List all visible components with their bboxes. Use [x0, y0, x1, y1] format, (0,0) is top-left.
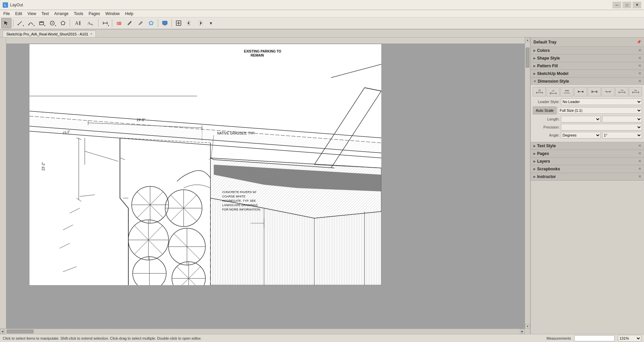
colors-close-button[interactable]: ✕ [638, 48, 641, 53]
arc-tool-button[interactable] [26, 18, 36, 28]
erase-tool-button[interactable] [114, 18, 124, 28]
instructor-expand-icon: ▶ [533, 175, 536, 178]
menu-window[interactable]: Window [103, 11, 123, 17]
precision-row: Precision: [533, 124, 642, 131]
document-tab[interactable]: SketchUp Pro_AIA_Real-World_Short2015 - … [3, 30, 96, 37]
page-next-button[interactable] [195, 18, 205, 28]
dimension-tool-button[interactable] [100, 18, 110, 28]
scroll-down-button[interactable]: ▼ [525, 324, 530, 329]
dim-arrow-1-button[interactable] [574, 87, 587, 96]
menu-help[interactable]: Help [122, 11, 136, 17]
shape-style-close-button[interactable]: ✕ [638, 56, 641, 60]
svg-marker-21 [149, 21, 153, 25]
instructor-close-button[interactable]: ✕ [638, 174, 641, 179]
clip-tool-button[interactable] [146, 18, 156, 28]
svg-text:3m: 3m [634, 89, 637, 91]
svg-text:|3|: |3| [552, 89, 554, 92]
paint-tool-button[interactable] [135, 18, 145, 28]
dim-format-1-button[interactable]: 3-3 [615, 87, 628, 96]
scroll-left-button[interactable]: ◀ [0, 329, 5, 334]
shape-style-label: Shape Style [537, 56, 638, 61]
minimize-button[interactable]: ─ [613, 2, 621, 8]
text-style-header[interactable]: ▶ Text Style ✕ [531, 142, 644, 150]
pages-close-button[interactable]: ✕ [638, 151, 641, 156]
dim-type-3-button[interactable]: T3T [560, 87, 573, 96]
svg-point-0 [17, 24, 19, 25]
page-prev-button[interactable] [184, 18, 194, 28]
tab-label: SketchUp Pro_AIA_Real-World_Short2015 - … [6, 32, 88, 36]
pages-section: ▶ Pages ✕ [531, 150, 644, 158]
dim-arrow-3-button[interactable] [601, 87, 615, 96]
instructor-header[interactable]: ▶ Instructor ✕ [531, 173, 644, 180]
shape-style-header[interactable]: ▶ Shape Style ✕ [531, 55, 644, 62]
app-icon: L [3, 2, 8, 8]
pattern-fill-close-button[interactable]: ✕ [638, 64, 641, 68]
precision-label: Precision: [533, 125, 560, 129]
circle-tool-button[interactable] [47, 18, 57, 28]
panel-pin-button[interactable]: 📌 [637, 40, 641, 44]
angle-precision-select[interactable]: 1° 0.1° 0.01° [602, 132, 642, 139]
angle-select[interactable]: Degrees Radians [561, 132, 601, 139]
menu-arrange[interactable]: Arrange [52, 11, 71, 17]
polygon-tool-button[interactable] [58, 18, 68, 28]
zoom-select[interactable]: 131% 100% 75% 50% 150% 200% [618, 335, 641, 342]
measurements-input[interactable] [574, 335, 615, 341]
dim-type-2-button[interactable]: |3| [546, 87, 560, 96]
dimension-style-header[interactable]: ▼ Dimension Style ✕ [531, 78, 644, 85]
svg-text:EXISTING PARKING TO: EXISTING PARKING TO [244, 50, 281, 53]
svg-rect-8 [79, 21, 80, 25]
text-style-close-button[interactable]: ✕ [638, 144, 641, 148]
layers-close-button[interactable]: ✕ [638, 159, 641, 163]
menu-text[interactable]: Text [39, 11, 52, 17]
menu-file[interactable]: File [1, 11, 12, 17]
svg-text:COARSE WHITE: COARSE WHITE [222, 195, 246, 198]
label-tool-button[interactable]: A1 [84, 18, 96, 28]
dim-arrow-2-button[interactable] [588, 87, 601, 96]
menu-tools[interactable]: Tools [71, 11, 86, 17]
sketchup-model-header[interactable]: ▶ SketchUp Model ✕ [531, 70, 644, 77]
leader-style-select[interactable]: No Leader Single Line Double Line [561, 98, 642, 105]
length-select[interactable] [561, 116, 601, 122]
scroll-thumb-vertical[interactable] [526, 48, 529, 68]
scroll-thumb-horizontal[interactable] [7, 330, 34, 333]
toolbar-separator-6 [172, 19, 172, 27]
scrapbooks-header[interactable]: ▶ Scrapbooks ✕ [531, 165, 644, 173]
maximize-button[interactable]: □ [623, 2, 631, 8]
pages-header[interactable]: ▶ Pages ✕ [531, 150, 644, 157]
more-tools-button[interactable]: ▾ [206, 18, 216, 28]
main-layout: /* ticks rendered via loop below */ [0, 37, 644, 334]
eyedropper-tool-button[interactable] [125, 18, 135, 28]
full-size-select[interactable]: Full Size (1:1) Half Size (1:2) Quarter … [558, 107, 642, 114]
precision-select[interactable] [561, 124, 642, 131]
canvas-area[interactable]: /* ticks rendered via loop below */ [0, 37, 530, 334]
close-button[interactable]: ✕ [633, 2, 641, 8]
colors-header[interactable]: ▶ Colors ✕ [531, 47, 644, 54]
panel-header: Default Tray 📌 [531, 37, 644, 47]
svg-text:|3|: |3| [538, 89, 540, 92]
text-tool-button[interactable]: A [72, 18, 84, 28]
insert-image-button[interactable] [174, 18, 184, 28]
screen-tool-button[interactable] [160, 18, 170, 28]
layers-header[interactable]: ▶ Layers ✕ [531, 158, 644, 165]
scrapbooks-close-button[interactable]: ✕ [638, 167, 641, 171]
pattern-fill-header[interactable]: ▶ Pattern Fill ✕ [531, 62, 644, 70]
horizontal-scrollbar[interactable]: ◀ ▶ [0, 329, 525, 334]
auto-scale-button[interactable]: Auto Scale [533, 106, 557, 114]
line-tool-button[interactable] [15, 18, 25, 28]
menu-view[interactable]: View [25, 11, 39, 17]
shape-tool-button[interactable] [37, 18, 47, 28]
length-unit-select[interactable] [602, 116, 642, 122]
sketchup-model-close-button[interactable]: ✕ [638, 71, 641, 76]
menu-pages[interactable]: Pages [86, 11, 103, 17]
scroll-up-button[interactable]: ▲ [525, 37, 530, 42]
menu-edit[interactable]: Edit [12, 11, 25, 17]
select-tool-button[interactable] [1, 18, 11, 28]
dimension-style-close-button[interactable]: ✕ [638, 79, 641, 83]
svg-rect-34 [0, 44, 6, 334]
scroll-right-button[interactable]: ▶ [520, 329, 525, 334]
vertical-scrollbar[interactable]: ▲ ▼ [525, 37, 530, 329]
svg-text:A: A [87, 21, 90, 25]
dim-format-2-button[interactable]: 3m [629, 87, 642, 96]
tab-close-button[interactable]: × [90, 32, 92, 36]
dim-type-1-button[interactable]: |3| [533, 87, 546, 96]
